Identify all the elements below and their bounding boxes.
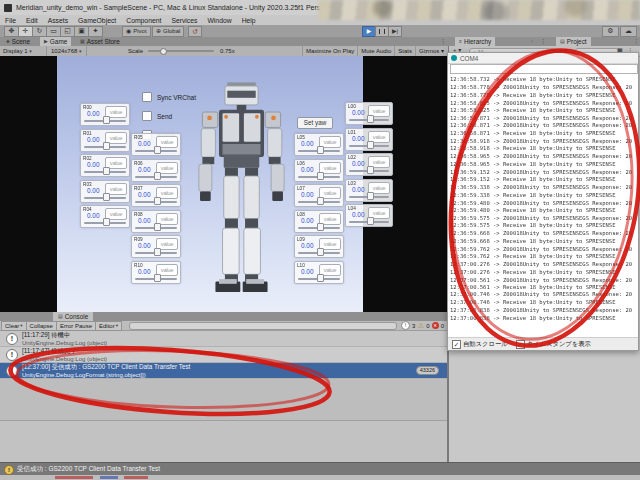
- chevron-down-icon: ▾: [116, 322, 118, 330]
- error-pause-button[interactable]: Error Pause: [56, 321, 96, 331]
- pause-button[interactable]: [375, 26, 389, 37]
- servo-slider-thumb[interactable]: [154, 274, 161, 282]
- scale-slider-track[interactable]: [148, 50, 214, 52]
- gizmos-button[interactable]: Gizmos ▾: [415, 46, 447, 56]
- custom-tool-icon[interactable]: ✦: [88, 26, 103, 37]
- checkbox-label: Send: [157, 113, 172, 120]
- pivot-toggle[interactable]: ◉ Pivot: [122, 26, 151, 37]
- servo-slider-thumb[interactable]: [317, 172, 324, 180]
- serial-log-line: 12:36:58.871 -> Z00018Unity to SPRESENSE…: [450, 115, 636, 123]
- error-count-icon[interactable]: ✕: [432, 322, 439, 329]
- tab-scene[interactable]: ◈ Scene: [2, 37, 34, 46]
- menu-component[interactable]: Component: [121, 17, 166, 24]
- play-button[interactable]: ▶: [362, 26, 376, 37]
- tab-asset-store[interactable]: ▦ Asset Store: [76, 37, 124, 46]
- servo-label: R02: [83, 156, 92, 161]
- resolution-dropdown[interactable]: 1024x768 ▾: [46, 46, 87, 56]
- transform-tool-icon[interactable]: ▣: [74, 26, 89, 37]
- warning-count-icon[interactable]: ⚠: [417, 322, 424, 329]
- console-entry[interactable]: ![12:37:00] 受信成功 : GS2200 TCP Client Dat…: [0, 363, 447, 379]
- info-count-icon[interactable]: !: [401, 321, 410, 330]
- background-window-blur: [318, 0, 640, 20]
- autoscroll-checkbox[interactable]: ✓ 自動スクロール: [452, 340, 508, 349]
- tab-hierarchy[interactable]: ≡ Hierarchy: [455, 37, 495, 46]
- hierarchy-lock-icon[interactable]: ◦: [531, 37, 533, 46]
- checkbox-send[interactable]: Send: [142, 111, 196, 121]
- menu-window[interactable]: Window: [202, 17, 236, 24]
- servo-slider-thumb[interactable]: [103, 193, 110, 201]
- tab-project[interactable]: ▤ Project: [556, 37, 591, 46]
- tab-game[interactable]: ▶ Game: [40, 37, 71, 46]
- scale-slider-thumb[interactable]: [160, 48, 167, 55]
- maximize-on-play-button[interactable]: Maximize On Play: [302, 46, 357, 56]
- game-panel-menu-icon[interactable]: ⋮: [440, 37, 446, 46]
- cloud-glyph-icon: ☁: [625, 27, 632, 34]
- servo-slider-thumb[interactable]: [317, 274, 324, 282]
- servo-slider-thumb[interactable]: [103, 142, 110, 150]
- display-label: Display 1: [3, 48, 28, 54]
- servo-slider-thumb[interactable]: [317, 223, 324, 231]
- move-tool-icon[interactable]: ✛: [18, 26, 33, 37]
- menu-help[interactable]: Help: [237, 17, 261, 24]
- editor-label: Editor: [99, 322, 115, 330]
- scale-tool-icon[interactable]: ◱: [60, 26, 75, 37]
- editor-dropdown[interactable]: Editor▾: [95, 321, 122, 331]
- servo-slider-thumb[interactable]: [367, 192, 374, 200]
- servo-value: 0.00: [87, 161, 99, 168]
- show-timestamp-checkbox[interactable]: ✓ タイムスタンプを表示: [516, 340, 591, 349]
- collab-button[interactable]: ↺: [188, 26, 202, 37]
- serial-send-input[interactable]: [450, 64, 638, 74]
- rect-tool-icon[interactable]: ▭: [46, 26, 61, 37]
- set-yaw-button[interactable]: Set yaw: [297, 117, 333, 129]
- window-title: Meridian_unity_demo_win - SampleScene - …: [16, 4, 361, 11]
- servo-label: L06: [297, 161, 305, 166]
- servo-slider-thumb[interactable]: [103, 218, 110, 226]
- servo-slider-thumb[interactable]: [367, 115, 374, 123]
- servo-slider-thumb[interactable]: [367, 217, 374, 225]
- status-bar[interactable]: ! 受信成功 : GS2200 TCP Client Data Transfer…: [0, 462, 640, 476]
- servo-slider-thumb[interactable]: [317, 146, 324, 154]
- menu-services[interactable]: Services: [166, 17, 202, 24]
- checkbox-sync-vrchat[interactable]: Sync VRChat: [142, 92, 196, 102]
- servo-slider-thumb[interactable]: [154, 197, 161, 205]
- clear-button[interactable]: Clear▾: [1, 321, 27, 331]
- servo-slider-thumb[interactable]: [154, 248, 161, 256]
- servo-value: 0.00: [352, 109, 364, 116]
- log-info-icon: !: [6, 365, 18, 377]
- servo-slider-thumb[interactable]: [154, 223, 161, 231]
- menu-assets[interactable]: Assets: [43, 17, 73, 24]
- servo-value: 0.00: [352, 211, 364, 218]
- servo-slider-thumb[interactable]: [103, 167, 110, 175]
- servo-slider-thumb[interactable]: [103, 116, 110, 124]
- cloud-icon[interactable]: ☁: [620, 26, 637, 37]
- console-search-field[interactable]: [129, 322, 397, 330]
- console-entry[interactable]: ![11:17:47] 接続完了UnityEngine.Debug:Log (o…: [0, 347, 447, 363]
- stats-button[interactable]: Stats: [394, 46, 415, 56]
- menu-gameobject[interactable]: GameObject: [73, 17, 121, 24]
- servo-slider-thumb[interactable]: [154, 146, 161, 154]
- servo-slider-thumb[interactable]: [367, 141, 374, 149]
- collapse-button[interactable]: Collapse: [26, 321, 57, 331]
- serial-log[interactable]: 12:36:58.732 -> Receive 18 byte:Unity to…: [450, 75, 636, 339]
- scale-value: 0.75x: [220, 46, 235, 56]
- menu-edit[interactable]: Edit: [21, 17, 43, 24]
- mute-audio-button[interactable]: Mute Audio: [357, 46, 394, 56]
- hand-tool-icon[interactable]: ✥: [4, 26, 19, 37]
- servo-slider-thumb[interactable]: [317, 197, 324, 205]
- rotate-tool-icon[interactable]: ↻: [32, 26, 47, 37]
- servo-slider-thumb[interactable]: [154, 172, 161, 180]
- serial-monitor-footer: ✓ 自動スクロール ✓ タイムスタンプを表示: [448, 337, 638, 350]
- settings-icon[interactable]: ⚙: [602, 26, 619, 37]
- serial-log-line: 12:36:59.152 -> Receive 18 byte:Unity to…: [450, 176, 636, 184]
- project-menu-icon[interactable]: ⋮: [633, 37, 639, 46]
- global-toggle[interactable]: ⊕ Global: [152, 26, 184, 37]
- menu-file[interactable]: File: [0, 17, 21, 24]
- serial-monitor-titlebar[interactable]: COM4: [448, 53, 638, 64]
- display-dropdown[interactable]: Display 1 ▾: [3, 46, 32, 56]
- servo-group-r01: R010.00value: [80, 129, 130, 152]
- step-button[interactable]: ▶|: [388, 26, 402, 37]
- servo-slider-thumb[interactable]: [367, 166, 374, 174]
- console-entry[interactable]: ![11:17:29] 待機中UnityEngine.Debug:Log (ob…: [0, 331, 447, 347]
- servo-slider-thumb[interactable]: [317, 248, 324, 256]
- hierarchy-menu-icon[interactable]: ⋮: [540, 37, 546, 46]
